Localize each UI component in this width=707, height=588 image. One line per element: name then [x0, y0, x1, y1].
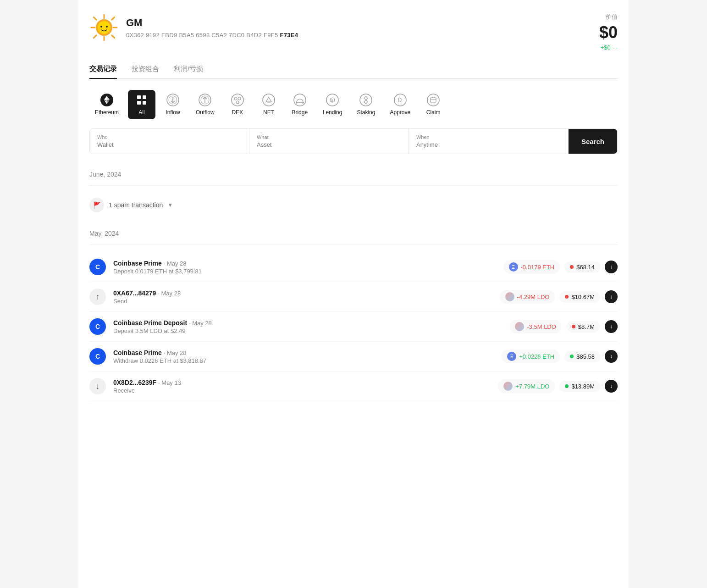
section-divider-june: [89, 185, 618, 186]
value-label: 价值: [599, 13, 618, 21]
arrow-icon-3: ↓: [610, 323, 613, 330]
what-label: What: [257, 134, 401, 140]
tx-usd-pill-2: $10.67M: [559, 291, 600, 303]
table-row: C Coinbase Prime Deposit · May 28 Deposi…: [89, 312, 618, 342]
tx-amount-pill-2: -4.29M LDO: [500, 290, 555, 304]
category-filter: Ethereum All: [89, 90, 618, 119]
address-prefix: 0X362 9192 FBD9 B5A5 6593 C5A2 7DC0 B4D2…: [126, 32, 278, 39]
tx-detail-btn-5[interactable]: ↓: [605, 380, 618, 393]
tx-amount-pill-4: Ξ +0.0226 ETH: [502, 349, 560, 363]
chevron-down-icon: ▼: [167, 202, 173, 208]
tab-pnl[interactable]: 利润/亏损: [174, 60, 203, 79]
svg-point-32: [294, 94, 306, 106]
claim-icon: [427, 94, 440, 106]
tx-detail-btn-1[interactable]: ↓: [605, 261, 618, 273]
dot-red-1: [570, 265, 574, 269]
tab-transactions[interactable]: 交易记录: [89, 60, 117, 79]
cat-label-all: All: [138, 109, 144, 116]
svg-point-11: [106, 26, 108, 28]
table-row: ↓ 0X8D2...6239F · May 13 Receive +7.79M …: [89, 372, 618, 401]
spam-label: 1 spam transaction: [109, 201, 163, 209]
who-input[interactable]: [97, 141, 242, 148]
coinbase-icon-1: C: [89, 259, 106, 275]
tx-right-3: -3.5M LDO $8.7M ↓: [509, 320, 618, 333]
category-nft[interactable]: NFT: [255, 90, 282, 119]
tx-usd-pill-5: $13.89M: [559, 381, 600, 392]
svg-point-29: [238, 97, 241, 100]
category-lending[interactable]: $ Lending: [317, 90, 348, 119]
tx-usd-5: $13.89M: [571, 383, 595, 390]
cat-label-outflow: Outflow: [196, 109, 215, 116]
svg-rect-42: [431, 98, 436, 102]
address-highlight: F73E4: [280, 32, 298, 39]
staking-icon: [359, 94, 372, 106]
cat-label-ethereum: Ethereum: [95, 109, 119, 116]
when-input[interactable]: [416, 141, 561, 148]
tx-desc-5: Receive: [113, 387, 491, 394]
tx-amount-4: +0.0226 ETH: [519, 353, 554, 360]
tx-amount-pill-5: +7.79M LDO: [498, 379, 555, 393]
tx-amount-pill-3: -3.5M LDO: [509, 320, 562, 333]
tx-detail-btn-2[interactable]: ↓: [605, 290, 618, 303]
search-button[interactable]: Search: [569, 129, 617, 154]
arrow-icon-1: ↓: [610, 264, 613, 270]
svg-line-7: [112, 35, 115, 38]
what-input[interactable]: [257, 141, 401, 148]
nft-icon: [262, 94, 275, 106]
category-ethereum[interactable]: Ethereum: [89, 90, 124, 119]
tx-right-5: +7.79M LDO $13.89M ↓: [498, 379, 618, 393]
category-outflow[interactable]: Outflow: [190, 90, 220, 119]
svg-line-8: [112, 17, 115, 20]
tx-detail-btn-3[interactable]: ↓: [605, 320, 618, 333]
tx-detail-btn-4[interactable]: ↓: [605, 350, 618, 363]
tx-name-4: Coinbase Prime · May 28: [113, 349, 494, 356]
eth-token-icon-4: Ξ: [507, 352, 516, 361]
tx-amount-pill-1: Ξ -0.0179 ETH: [503, 260, 560, 274]
tx-usd-4: $85.58: [576, 353, 595, 360]
svg-point-10: [100, 26, 102, 28]
cat-label-claim: Claim: [426, 109, 441, 116]
category-staking[interactable]: Staking: [351, 90, 381, 119]
coinbase-icon-4: C: [89, 348, 106, 365]
search-bar: Who What When Search: [89, 128, 618, 154]
dot-red-2: [565, 295, 569, 299]
category-dex[interactable]: DEX: [224, 90, 251, 119]
tx-desc-1: Deposit 0.0179 ETH at $3,799.81: [113, 268, 496, 275]
tx-usd-pill-3: $8.7M: [566, 321, 600, 333]
spam-flag-icon: 🚩: [89, 198, 104, 212]
tx-name-5: 0X8D2...6239F · May 13: [113, 379, 491, 386]
receive-icon-5: ↓: [89, 378, 106, 394]
tx-amount-3: -3.5M LDO: [527, 323, 556, 330]
tx-desc-2: Send: [113, 298, 492, 305]
spam-row[interactable]: 🚩 1 spam transaction ▼: [89, 193, 618, 217]
username: GM: [126, 17, 298, 29]
dot-red-3: [572, 325, 575, 328]
svg-point-41: [427, 94, 439, 106]
cat-label-approve: Approve: [390, 109, 410, 116]
send-icon-2: ↑: [89, 288, 106, 305]
svg-rect-20: [143, 101, 146, 105]
tx-usd-3: $8.7M: [578, 323, 595, 330]
category-claim[interactable]: Claim: [420, 90, 447, 119]
category-bridge[interactable]: Bridge: [286, 90, 314, 119]
dex-icon: [231, 94, 244, 106]
search-what-field: What: [249, 129, 409, 154]
category-approve[interactable]: Approve: [384, 90, 416, 119]
svg-point-30: [236, 101, 239, 104]
category-all[interactable]: All: [128, 90, 155, 119]
search-who-field: Who: [90, 129, 249, 154]
tx-usd-1: $68.14: [576, 264, 595, 271]
cat-label-dex: DEX: [232, 109, 243, 116]
value-change: +$0 · -: [599, 44, 618, 51]
page-header: GM 0X362 9192 FBD9 B5A5 6593 C5A2 7DC0 B…: [89, 0, 618, 60]
tx-usd-pill-4: $85.58: [564, 351, 600, 362]
section-date-may: May, 2024: [89, 226, 618, 237]
dot-green-5: [565, 384, 569, 388]
svg-point-31: [263, 94, 275, 106]
tab-portfolio[interactable]: 投资组合: [132, 60, 159, 79]
category-inflow[interactable]: Inflow: [159, 90, 187, 119]
tx-amount-1: -0.0179 ETH: [521, 264, 555, 271]
main-tabs: 交易记录 投资组合 利润/亏损: [89, 60, 618, 79]
dot-green-4: [570, 355, 574, 358]
cat-label-inflow: Inflow: [166, 109, 180, 116]
